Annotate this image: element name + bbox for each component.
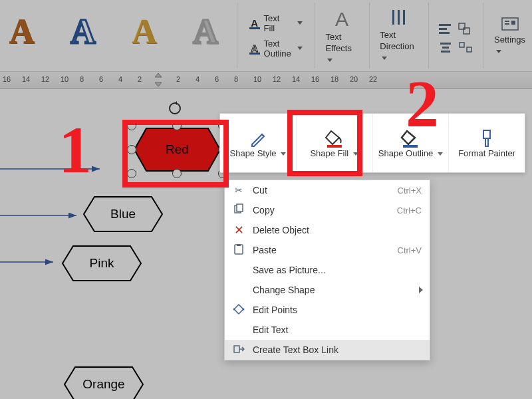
format-painter-button[interactable]: Format Painter — [449, 114, 525, 172]
menu-paste[interactable]: Paste Ctrl+V — [225, 240, 430, 260]
settings-button[interactable]: Settings — [487, 0, 532, 71]
separator — [369, 3, 370, 68]
svg-rect-2 — [403, 10, 405, 25]
shape-orange-hexagon[interactable]: Orange — [62, 364, 146, 399]
separator — [237, 3, 237, 68]
ruler-tick: 8 — [234, 75, 238, 83]
menu-edit-text[interactable]: Edit Text — [225, 320, 430, 340]
horizontal-ruler[interactable]: /* ticks populated below */ 161412108642… — [0, 72, 532, 89]
shape-blue-hexagon[interactable]: Blue — [81, 194, 165, 234]
copy-icon — [231, 203, 246, 217]
svg-marker-18 — [155, 82, 162, 86]
svg-rect-9 — [442, 47, 449, 49]
rotate-handle[interactable] — [168, 101, 182, 118]
shape-outline-label: Shape Outline — [378, 148, 433, 158]
ruler-tick: 2 — [138, 75, 142, 83]
paintbrush-icon — [477, 128, 496, 148]
svg-rect-12 — [467, 47, 471, 52]
distribute-icon[interactable] — [458, 41, 473, 54]
svg-rect-30 — [483, 130, 490, 138]
text-fill-label: Text Fill — [264, 13, 291, 33]
shape-style-button[interactable]: Shape Style — [220, 114, 297, 172]
svg-rect-1 — [398, 10, 400, 25]
object-align-icon[interactable] — [458, 22, 473, 35]
menu-edit-points[interactable]: Edit Points — [225, 300, 430, 320]
ruler-tick: 12 — [273, 75, 281, 83]
wordart-gallery[interactable]: A A A A — [0, 0, 233, 71]
chevron-down-icon — [496, 50, 501, 53]
menu-change-shape[interactable]: Change Shape — [225, 280, 430, 300]
ruler-tick: 10 — [61, 75, 68, 83]
menu-shortcut: Ctrl+V — [398, 245, 422, 255]
menu-shortcut: Ctrl+X — [398, 186, 422, 196]
menu-shortcut: Ctrl+C — [397, 205, 422, 215]
shape-style-label: Shape Style — [230, 148, 277, 158]
ribbon: A A A A A Text Fill A Text Outline A Tex… — [0, 0, 532, 72]
ruler-tick: 14 — [22, 75, 30, 83]
submenu-arrow-icon — [419, 287, 423, 293]
callout-box-2 — [287, 110, 362, 176]
chevron-down-icon — [297, 47, 303, 50]
svg-rect-8 — [440, 43, 451, 45]
indent-marker[interactable] — [154, 72, 163, 89]
svg-rect-4 — [439, 28, 447, 30]
shape-label: Blue — [81, 194, 165, 234]
text-direction-label: Text Direction — [380, 30, 414, 51]
svg-rect-14 — [505, 21, 509, 22]
wordart-style-orange[interactable]: A — [0, 9, 44, 53]
chevron-down-icon — [438, 152, 443, 156]
settings-icon — [500, 15, 520, 35]
menu-cut[interactable]: ✂ Cut Ctrl+X — [225, 180, 430, 200]
svg-rect-16 — [511, 21, 515, 25]
ruler-tick: 4 — [196, 75, 200, 83]
menu-label: Edit Points — [253, 305, 297, 315]
ruler-tick: 16 — [3, 75, 11, 83]
text-direction-button[interactable]: Text Direction — [373, 0, 424, 71]
text-effects-button[interactable]: A Text Effects — [319, 0, 364, 71]
ruler-tick: 2 — [176, 75, 180, 83]
menu-label: Delete Object — [253, 225, 309, 235]
ruler-tick: 10 — [253, 75, 261, 83]
text-effects-icon: A — [335, 6, 348, 32]
text-direction-icon — [389, 7, 409, 27]
menu-label: Paste — [253, 245, 277, 255]
menu-save-as-picture[interactable]: Save as Picture... — [225, 260, 430, 280]
paste-icon — [231, 243, 246, 257]
ruler-tick: 18 — [331, 75, 338, 83]
menu-label: Save as Picture... — [253, 265, 326, 275]
ruler-tick: 12 — [41, 75, 49, 83]
menu-label: Change Shape — [253, 285, 315, 295]
wordart-style-gray-outline[interactable]: A — [184, 9, 227, 53]
context-menu: ✂ Cut Ctrl+X Copy Ctrl+C ✕ Delete Object… — [224, 180, 430, 360]
text-fill-button[interactable]: A Text Fill — [247, 11, 305, 35]
svg-rect-13 — [502, 18, 518, 30]
svg-point-23 — [170, 103, 180, 114]
align-left-icon[interactable] — [438, 22, 454, 35]
delete-icon: ✕ — [231, 223, 246, 237]
wordart-style-gold[interactable]: A — [122, 9, 166, 53]
callout-number-2: 2 — [406, 65, 439, 142]
shape-pink-hexagon[interactable]: Pink — [60, 243, 144, 283]
svg-point-37 — [233, 308, 235, 310]
separator — [483, 3, 483, 68]
callout-box-1 — [122, 120, 229, 188]
ruler-tick: 6 — [215, 75, 219, 83]
svg-rect-35 — [237, 244, 241, 246]
chevron-down-icon — [327, 59, 332, 62]
text-effects-label: Text Effects — [325, 32, 352, 53]
align-center-icon[interactable] — [438, 41, 454, 54]
text-outline-button[interactable]: A Text Outline — [247, 37, 305, 61]
svg-marker-17 — [155, 73, 162, 77]
ruler-tick: 20 — [350, 75, 358, 83]
shape-mini-toolbar: Shape Style Shape Fill Shape Outline For… — [219, 113, 525, 173]
ribbon-misc-group — [432, 0, 479, 71]
scissors-icon: ✂ — [231, 185, 246, 196]
svg-rect-33 — [237, 204, 243, 211]
ruler-tick: 22 — [369, 75, 377, 83]
chevron-down-icon — [382, 57, 387, 60]
menu-delete[interactable]: ✕ Delete Object — [225, 220, 430, 240]
svg-rect-29 — [403, 145, 418, 148]
menu-create-textbox-link[interactable]: Create Text Box Link — [225, 340, 430, 360]
wordart-style-blue-outline[interactable]: A — [61, 9, 105, 53]
menu-copy[interactable]: Copy Ctrl+C — [225, 200, 430, 220]
